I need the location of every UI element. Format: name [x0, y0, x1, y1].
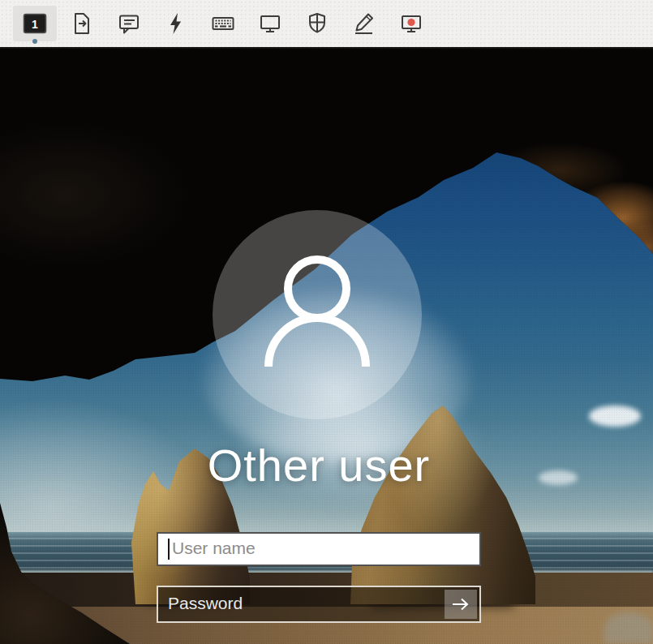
- text-caret: [168, 539, 170, 560]
- username-input[interactable]: [157, 532, 481, 566]
- cloud: [539, 470, 578, 485]
- keyboard-icon: [211, 11, 235, 36]
- shield-icon: [305, 11, 329, 36]
- toolbar-button-screen-recording[interactable]: [389, 6, 433, 41]
- file-arrow-icon: [70, 11, 94, 36]
- password-field-wrapper: [157, 586, 481, 623]
- password-input[interactable]: [158, 587, 439, 621]
- toolbar-button-display[interactable]: [248, 6, 292, 41]
- person-icon: [213, 210, 422, 419]
- username-field-wrapper: [157, 532, 481, 566]
- speech-bubble-icon: [117, 11, 141, 36]
- cloud: [589, 406, 641, 427]
- water-sheet: [604, 612, 653, 644]
- numbered-screen-icon: 1: [23, 13, 47, 35]
- page-title: Other user: [157, 440, 481, 492]
- screen-record-icon: [399, 11, 423, 36]
- arrow-right-icon: [451, 596, 470, 612]
- console-toolbar: 1: [0, 0, 653, 49]
- vm-tab-number: 1: [32, 17, 38, 30]
- toolbar-button-file-transfer[interactable]: [60, 6, 104, 41]
- toolbar-button-security[interactable]: [295, 6, 339, 41]
- toolbar-button-vm-tab-1[interactable]: 1: [13, 6, 57, 41]
- remote-desktop-screen: Other user: [0, 49, 653, 644]
- toolbar-button-power-actions[interactable]: [154, 6, 198, 41]
- pen-icon: [352, 11, 376, 36]
- login-panel: Other user: [157, 49, 481, 644]
- monitor-icon: [258, 11, 282, 36]
- vm-console-window: 1: [0, 0, 653, 644]
- toolbar-button-annotate[interactable]: [342, 6, 386, 41]
- lightning-bolt-icon: [164, 11, 188, 36]
- user-avatar: [213, 210, 422, 419]
- toolbar-button-keyboard[interactable]: [201, 6, 245, 41]
- active-tab-indicator-dot: [32, 39, 37, 44]
- toolbar-button-chat[interactable]: [107, 6, 151, 41]
- sign-in-button[interactable]: [445, 590, 477, 619]
